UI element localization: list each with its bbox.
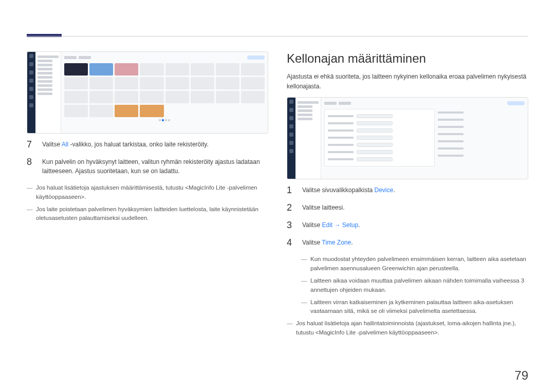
note-item: ― Jos laite poistetaan palvelimen hyväks… [27, 205, 268, 223]
list-row [438, 123, 525, 130]
device-thumb [140, 77, 163, 89]
step-post: . [358, 221, 360, 229]
tree-item [38, 60, 52, 62]
link-device: Device [375, 186, 394, 194]
tree-item [298, 101, 319, 104]
note-item: ― Laitteen virran katkaiseminen ja kytke… [301, 298, 528, 316]
tree-item [38, 76, 52, 79]
step-4: 4 Valitse Time Zone. [287, 238, 528, 248]
page-number: 79 [514, 368, 528, 383]
device-thumb [140, 63, 163, 76]
step-number: 3 [287, 220, 294, 231]
device-thumb [165, 63, 189, 76]
form-panel [324, 109, 435, 166]
toolbar-label [339, 102, 351, 105]
page-dot [159, 119, 161, 121]
page-content: 7 Valitse All -valikko, jos haluat tarki… [27, 51, 528, 382]
step-number: 2 [287, 203, 294, 213]
dash-icon: ― [27, 205, 36, 223]
dash-icon: ― [287, 319, 296, 338]
device-thumb [165, 77, 189, 89]
nav-icon [29, 87, 33, 91]
app-nav-rail [287, 98, 295, 179]
nav-icon [29, 95, 33, 99]
app-main-grid [61, 52, 268, 133]
toolbar-label [64, 56, 77, 59]
arrow-icon: → [332, 221, 342, 229]
note-item: ― Jos haluat lisätietoja ajan hallintato… [287, 319, 528, 338]
device-thumb [115, 63, 138, 76]
device-thumb [216, 91, 239, 103]
page-dot-active [162, 119, 164, 121]
device-thumb [89, 91, 113, 103]
tree-item [38, 72, 52, 74]
nav-icon [29, 62, 33, 66]
device-thumb [191, 77, 214, 89]
right-column: Kellonajan määrittäminen Ajastusta ei eh… [287, 51, 528, 382]
section-intro: Ajastusta ei ehkä suoriteta, jos laittee… [287, 72, 528, 91]
dash-icon: ― [301, 255, 310, 273]
form-row [328, 156, 431, 163]
device-thumb [89, 105, 113, 117]
tree-item [298, 105, 312, 108]
page-dot [165, 119, 167, 121]
device-thumb [115, 91, 138, 103]
note-item: ― Kun muodostat yhteyden palvelimeen ens… [301, 255, 528, 273]
note-text: Laitteen virran katkaiseminen ja kytkemi… [310, 298, 528, 316]
tree-item [38, 88, 52, 91]
step-text: Valitse Edit → Setup. [302, 220, 528, 231]
step-pre: Valitse sivuvalikkopalkista [302, 186, 375, 194]
tree-item [38, 80, 52, 83]
note-text: Jos haluat lisätietoja ajastuksen määrit… [36, 183, 268, 202]
pagination [64, 119, 265, 123]
step-text: Kun palvelin on hyväksynyt laitteen, val… [42, 157, 268, 176]
step-text: Valitse laitteesi. [302, 203, 528, 213]
tree-item [298, 109, 312, 112]
step-post: -valikko, jos haluat tarkistaa, onko lai… [68, 141, 209, 148]
step-7: 7 Valitse All -valikko, jos haluat tarki… [27, 140, 268, 150]
nav-icon [289, 124, 293, 128]
top-divider [27, 36, 528, 36]
list-row [438, 109, 525, 116]
toolbar-pill [247, 55, 265, 60]
form-row [328, 113, 431, 120]
app-nav-rail [27, 52, 35, 133]
nav-icon [289, 108, 293, 112]
step-3: 3 Valitse Edit → Setup. [287, 220, 528, 231]
step-text: Valitse sivuvalikkopalkista Device. [302, 185, 528, 196]
device-thumb [64, 91, 88, 103]
nav-icon [289, 100, 293, 104]
nav-icon [289, 116, 293, 120]
device-thumb [64, 105, 88, 117]
step-post: . [393, 186, 395, 194]
note-text: Jos haluat lisätietoja ajan hallintatoim… [296, 319, 528, 338]
step-number: 4 [287, 238, 294, 248]
device-thumb [64, 77, 88, 89]
screenshot-device-grid [27, 51, 268, 134]
device-thumb [191, 91, 214, 103]
device-thumb [89, 77, 113, 89]
nav-icon [29, 70, 33, 74]
nav-icon [289, 149, 293, 153]
device-thumbnail-grid [64, 63, 265, 117]
list-row [438, 152, 525, 159]
tree-item [38, 92, 52, 95]
form-row [328, 148, 431, 156]
device-thumb [115, 77, 138, 89]
screenshot-time-setup [287, 97, 528, 179]
left-notes: ― Jos haluat lisätietoja ajastuksen määr… [27, 183, 268, 223]
tree-item [38, 68, 52, 70]
toolbar-pill [507, 101, 525, 105]
form-row [328, 134, 431, 141]
tree-item [38, 55, 59, 58]
device-thumb [216, 77, 239, 89]
nav-icon [289, 133, 293, 137]
device-thumb [89, 63, 113, 76]
step-number: 7 [27, 140, 34, 150]
left-column: 7 Valitse All -valikko, jos haluat tarki… [27, 51, 268, 382]
device-thumb [216, 63, 239, 76]
note-text: Jos laite poistetaan palvelimen hyväksym… [36, 205, 268, 223]
list-row [438, 130, 525, 138]
step-8: 8 Kun palvelin on hyväksynyt laitteen, v… [27, 157, 268, 176]
step-text: Valitse Time Zone. [302, 238, 528, 248]
